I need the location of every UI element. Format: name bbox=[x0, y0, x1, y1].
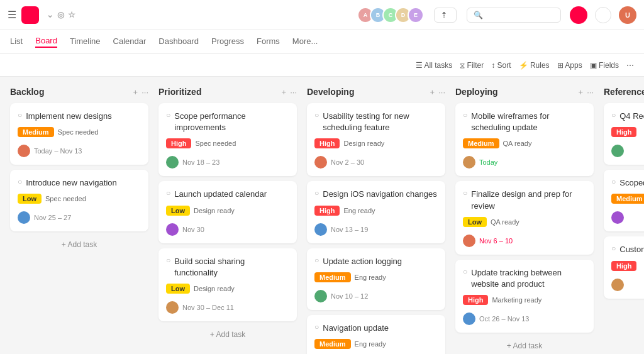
task-check-icon[interactable]: ○ bbox=[166, 111, 170, 119]
card-badges: LowDesign ready bbox=[166, 206, 289, 219]
add-task-button[interactable]: + Add task bbox=[10, 236, 148, 253]
column-title: Backlog bbox=[10, 87, 44, 97]
all-tasks-button[interactable]: ☰ All tasks bbox=[416, 61, 452, 70]
tab-progress[interactable]: Progress bbox=[211, 36, 244, 47]
task-check-icon[interactable]: ○ bbox=[314, 189, 319, 197]
star-icon[interactable]: ☆ bbox=[68, 10, 75, 19]
task-title: Update action logging bbox=[323, 256, 402, 267]
tab-timeline[interactable]: Timeline bbox=[70, 36, 101, 47]
priority-badge: Medium bbox=[611, 194, 644, 204]
sort-button[interactable]: ↕ Sort bbox=[491, 61, 511, 70]
task-card[interactable]: ○ Q4 Redesign kickoff note High bbox=[604, 103, 644, 165]
add-task-icon[interactable]: + bbox=[133, 87, 138, 97]
tab-list[interactable]: List bbox=[10, 36, 23, 47]
share-button[interactable]: ⇡ bbox=[434, 8, 457, 23]
task-title: Customer feedback for m... bbox=[619, 244, 644, 255]
task-card[interactable]: ○ Update tracking between website and pr… bbox=[455, 260, 594, 333]
apps-button[interactable]: ⊞ Apps bbox=[557, 61, 582, 70]
card-badges: HighMarketing ready bbox=[463, 295, 586, 309]
status-label: Spec needed bbox=[45, 195, 86, 202]
card-date: Nov 30 – Dec 11 bbox=[182, 304, 234, 311]
task-card[interactable]: ○ Implement new designs MediumSpec neede… bbox=[10, 103, 148, 165]
task-card[interactable]: ○ Design iOS navigation changes HighEng … bbox=[307, 181, 445, 243]
tab-more[interactable]: More... bbox=[292, 36, 318, 47]
add-task-icon[interactable]: + bbox=[430, 87, 435, 97]
create-button[interactable] bbox=[570, 6, 587, 24]
user-avatar[interactable]: U bbox=[619, 6, 636, 24]
priority-badge: Low bbox=[18, 194, 42, 204]
priority-badge: Medium bbox=[463, 138, 499, 148]
add-task-button[interactable]: + Add task bbox=[455, 338, 594, 354]
task-title: Implement new designs bbox=[26, 111, 112, 122]
task-check-icon[interactable]: ○ bbox=[463, 189, 467, 197]
task-card[interactable]: ○ Navigation update MediumEng ready Nov … bbox=[307, 315, 445, 354]
card-badges: LowSpec needed bbox=[18, 194, 141, 207]
task-check-icon[interactable]: ○ bbox=[463, 267, 467, 276]
task-check-icon[interactable]: ○ bbox=[314, 323, 319, 331]
help-button[interactable] bbox=[595, 7, 611, 23]
task-check-icon[interactable]: ○ bbox=[18, 111, 22, 119]
column-actions: + ··· bbox=[282, 87, 297, 97]
add-task-button[interactable]: + Add task bbox=[158, 326, 297, 343]
column-title: Prioritized bbox=[158, 87, 201, 97]
filter-button[interactable]: ⧖ Filter bbox=[460, 61, 484, 70]
hamburger-icon[interactable]: ☰ bbox=[8, 9, 16, 21]
view-icon[interactable]: ◎ bbox=[57, 10, 64, 19]
search-icon: 🔍 bbox=[474, 11, 483, 19]
task-check-icon[interactable]: ○ bbox=[463, 111, 467, 119]
priority-badge: Low bbox=[166, 206, 190, 216]
task-card[interactable]: ○ Mobile wireframes for scheduling updat… bbox=[455, 103, 594, 176]
add-task-icon[interactable]: + bbox=[282, 87, 287, 97]
add-task-icon[interactable]: + bbox=[579, 87, 584, 97]
task-card[interactable]: ○ Build social sharing functionality Low… bbox=[158, 248, 297, 321]
tab-board[interactable]: Board bbox=[35, 36, 57, 48]
project-title: ⌄ ◎ ☆ bbox=[44, 10, 75, 19]
task-check-icon[interactable]: ○ bbox=[166, 189, 170, 197]
more-icon[interactable]: ··· bbox=[142, 87, 148, 97]
task-check-icon[interactable]: ○ bbox=[611, 177, 616, 186]
more-icon[interactable]: ··· bbox=[290, 87, 297, 97]
more-options-button[interactable]: ⋯ bbox=[626, 61, 634, 70]
task-card[interactable]: ○ Launch updated calendar LowDesign read… bbox=[158, 181, 297, 243]
filter-bar: ☰ All tasks ⧖ Filter ↕ Sort ⚡ Rules ⊞ Ap… bbox=[416, 61, 634, 70]
status-label: Design ready bbox=[194, 207, 235, 214]
card-avatar bbox=[314, 156, 327, 169]
card-date: Oct 26 – Nov 13 bbox=[479, 315, 530, 323]
card-avatar bbox=[611, 211, 624, 224]
column-header: Reference + ··· bbox=[604, 87, 644, 97]
task-check-icon[interactable]: ○ bbox=[314, 111, 319, 119]
tab-forms[interactable]: Forms bbox=[257, 36, 280, 47]
task-check-icon[interactable]: ○ bbox=[166, 256, 170, 265]
column-title: Reference bbox=[604, 87, 644, 97]
status-label: QA ready bbox=[491, 218, 519, 226]
priority-badge: High bbox=[611, 127, 636, 137]
task-card[interactable]: ○ Customer feedback for m... High bbox=[604, 236, 644, 298]
task-title: Mobile wireframes for scheduling update bbox=[471, 111, 586, 133]
card-avatar bbox=[18, 145, 30, 157]
tab-dashboard[interactable]: Dashboard bbox=[158, 36, 199, 47]
task-card[interactable]: ○ Scoped navigation update Medium bbox=[604, 170, 644, 231]
more-icon[interactable]: ··· bbox=[587, 87, 594, 97]
task-check-icon[interactable]: ○ bbox=[611, 111, 616, 119]
task-check-icon[interactable]: ○ bbox=[611, 244, 616, 253]
task-card[interactable]: ○ Finalize design and prep for review Lo… bbox=[455, 181, 594, 254]
status-label: Design ready bbox=[194, 285, 235, 292]
dropdown-icon[interactable]: ⌄ bbox=[47, 10, 53, 19]
priority-badge: Medium bbox=[18, 127, 54, 137]
card-avatar bbox=[166, 301, 179, 314]
more-icon[interactable]: ··· bbox=[438, 87, 445, 97]
search-input[interactable]: 🔍 bbox=[467, 8, 561, 23]
rules-button[interactable]: ⚡ Rules bbox=[519, 61, 550, 70]
status-label: Design ready bbox=[343, 140, 384, 147]
avatar: E bbox=[408, 7, 424, 23]
task-card[interactable]: ○ Introduce new navigation LowSpec neede… bbox=[10, 170, 148, 231]
task-card[interactable]: ○ Update action logging MediumEng ready … bbox=[307, 248, 445, 310]
column-header: Deploying + ··· bbox=[455, 87, 594, 97]
task-card[interactable]: ○ Usability testing for new scheduling f… bbox=[307, 103, 445, 176]
task-check-icon[interactable]: ○ bbox=[18, 177, 22, 186]
task-card[interactable]: ○ Scope performance improvements HighSpe… bbox=[158, 103, 297, 176]
add-task-button[interactable]: + Add task bbox=[604, 304, 644, 320]
fields-button[interactable]: ▣ Fields bbox=[590, 61, 619, 70]
tab-calendar[interactable]: Calendar bbox=[113, 36, 147, 47]
task-check-icon[interactable]: ○ bbox=[314, 256, 319, 265]
